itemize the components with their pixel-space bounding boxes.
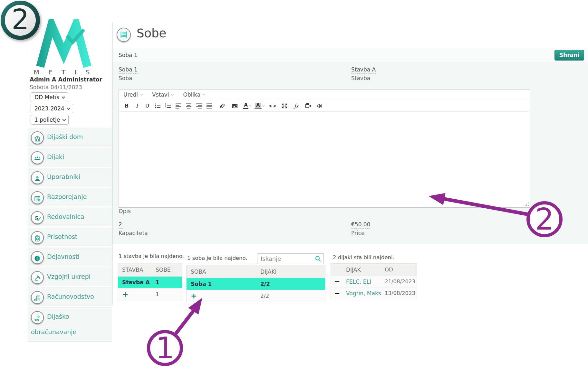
- table-header: SOBA DIJAKI: [187, 265, 325, 278]
- editor-content[interactable]: [119, 112, 530, 196]
- sidebar-item-razporejanje[interactable]: Razporejanje: [28, 188, 112, 206]
- students-icon: [31, 151, 44, 164]
- source-code-icon[interactable]: <>: [268, 101, 277, 110]
- measures-icon: [31, 271, 44, 284]
- editor-menu-uredi[interactable]: Uredi: [123, 91, 142, 98]
- search-input[interactable]: [257, 253, 324, 264]
- save-button[interactable]: Shrani: [554, 50, 584, 61]
- column-header: SOBE: [151, 267, 182, 273]
- student-link[interactable]: FELC, ELI: [344, 278, 384, 285]
- building-field: Stavba A Stavba: [351, 66, 376, 81]
- align-right-icon[interactable]: [195, 101, 203, 110]
- minus-icon[interactable]: −: [331, 290, 344, 297]
- add-icon[interactable]: +: [118, 291, 151, 298]
- sidebar-item-dejavnosti[interactable]: Dejavnosti: [28, 248, 112, 266]
- column-header: SOBA: [187, 269, 256, 275]
- italic-icon[interactable]: I: [133, 101, 141, 110]
- price-value[interactable]: €50.00: [351, 221, 370, 229]
- fullscreen-icon[interactable]: [280, 101, 289, 110]
- room-name-field: Soba 1 Soba: [119, 66, 138, 81]
- capacity-value[interactable]: 2: [119, 221, 123, 229]
- table-row-add[interactable]: + 2/2: [187, 290, 325, 302]
- room-name-label: Soba: [119, 75, 138, 81]
- sidebar-border: [27, 48, 27, 304]
- underline-icon[interactable]: U: [143, 101, 151, 110]
- editor-menu-oblika[interactable]: Oblika: [183, 91, 205, 98]
- sidebar-item-label: Razporejanje: [47, 193, 87, 200]
- sidebar-item-label: Dijaki: [47, 153, 64, 160]
- table-row[interactable]: − Vogrin, Maks 13/08/2023: [331, 287, 417, 299]
- numbered-list-icon[interactable]: 123: [164, 101, 172, 110]
- metis-app: M E T I S Admin A Administrator Sobota 0…: [0, 0, 588, 368]
- sidebar-item-dijaski-dom[interactable]: Dijaški dom: [28, 128, 112, 146]
- text-color-icon[interactable]: A: [243, 101, 252, 110]
- chevron-down-icon: [262, 104, 265, 106]
- bold-icon[interactable]: B: [122, 101, 131, 110]
- chevron-down-icon: [140, 93, 143, 95]
- school-year-select-value: 2023-2024: [34, 105, 64, 112]
- background-color-icon[interactable]: A: [255, 101, 264, 110]
- search-icon[interactable]: [314, 255, 322, 264]
- table-row[interactable]: Stavba A 1: [118, 276, 182, 288]
- svg-text:€: €: [38, 316, 39, 317]
- price-label: Price: [351, 230, 370, 236]
- minus-icon[interactable]: −: [331, 278, 344, 285]
- sidebar-item-redovalnica[interactable]: 5Redovalnica: [28, 208, 112, 226]
- formula-icon[interactable]: ƒx: [292, 101, 301, 110]
- bullet-list-icon[interactable]: [153, 101, 162, 110]
- rooms-table: SOBA DIJAKI Soba 1 2/2 + 2/2: [186, 265, 325, 302]
- accounting-icon: €: [31, 291, 44, 304]
- sidebar-item-racunovodstvo[interactable]: €Računovodstvo: [28, 288, 112, 306]
- chevron-down-icon: [203, 93, 205, 95]
- table-row[interactable]: Soba 1 2/2: [187, 278, 325, 290]
- sidebar-item-prisotnost[interactable]: Prisotnost: [28, 228, 112, 246]
- link-icon[interactable]: [218, 101, 227, 110]
- current-date: Sobota 04/11/2023: [30, 84, 82, 90]
- building-label: Stavba: [351, 75, 376, 81]
- buildings-summary: 1 stavba je bila najdeno.: [119, 253, 184, 259]
- svg-text:3: 3: [165, 107, 166, 109]
- editor-statusbar: [119, 196, 530, 207]
- sidebar-item-label: Redovalnica: [47, 213, 84, 220]
- description-label: Opis: [119, 208, 131, 214]
- record-title: Soba 1: [119, 52, 138, 58]
- table-row[interactable]: − FELC, ELI 21/08/2023: [331, 276, 417, 287]
- sidebar-item-label: Dijaški dom: [47, 133, 83, 140]
- justify-icon[interactable]: [205, 101, 213, 110]
- image-icon[interactable]: [231, 101, 239, 110]
- students-table: DIJAK OD − FELC, ELI 21/08/2023 − Vogrin…: [331, 263, 417, 299]
- room-name-value[interactable]: Soba 1: [119, 66, 138, 74]
- gradebook-icon: 5: [31, 211, 44, 224]
- description-editor: Uredi Vstavi Oblika B I U 123 A A <> ƒx: [119, 89, 530, 208]
- resize-grip[interactable]: [524, 202, 529, 206]
- sidebar-item-dijasko-obracunavanje[interactable]: €Dijaško obračunavanje: [28, 307, 112, 342]
- billing-icon: €: [31, 311, 44, 324]
- building-value[interactable]: Stavba A: [351, 66, 376, 74]
- table-header: STAVBA SOBE: [118, 263, 182, 276]
- sidebar-item-label: Uporabniki: [47, 173, 80, 180]
- chevron-down-icon: [249, 104, 251, 106]
- align-left-icon[interactable]: [174, 101, 182, 110]
- media-icon[interactable]: [304, 101, 313, 110]
- audio-icon[interactable]: [315, 101, 324, 110]
- capacity-field: 2 Kapaciteta: [119, 221, 148, 236]
- sidebar-item-uporabniki[interactable]: Uporabniki: [28, 168, 112, 186]
- organization-select[interactable]: DD Metis: [31, 92, 68, 102]
- chevron-down-icon: [171, 93, 174, 95]
- align-center-icon[interactable]: [184, 101, 193, 110]
- sidebar-item-dijaki[interactable]: Dijaki: [28, 148, 112, 166]
- school-year-select[interactable]: 2023-2024: [31, 104, 73, 113]
- student-link[interactable]: Vogrin, Maks: [344, 290, 384, 297]
- sidebar-item-label: Vzgojni ukrepi: [47, 273, 91, 280]
- sidebar-nav: Dijaški dom Dijaki Uporabniki Razporejan…: [28, 128, 112, 342]
- column-header: DIJAK: [344, 267, 384, 273]
- add-icon[interactable]: +: [187, 292, 256, 300]
- chevron-down-icon: [62, 95, 65, 99]
- corner-step-number: 2: [12, 5, 29, 33]
- sidebar-item-vzgojni-ukrepi[interactable]: Vzgojni ukrepi: [28, 268, 112, 286]
- chevron-down-icon: [67, 106, 70, 110]
- table-row-add[interactable]: + 1: [118, 288, 182, 300]
- editor-menu-vstavi[interactable]: Vstavi: [152, 91, 173, 98]
- activities-icon: [31, 251, 44, 264]
- term-select[interactable]: 1 polletje: [31, 115, 69, 125]
